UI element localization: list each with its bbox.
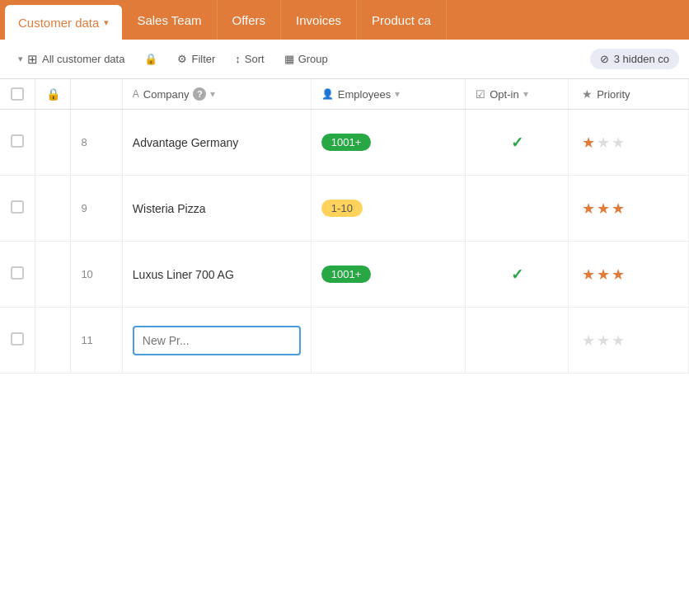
priority-star-2[interactable]: ★ — [597, 266, 610, 284]
col-label-employees: Employees — [338, 88, 391, 101]
chevron-down-icon: ▾ — [104, 17, 109, 28]
row-company: Luxus Liner 700 AG — [122, 242, 311, 308]
priority-star-1[interactable]: ★ — [582, 332, 595, 350]
row-priority[interactable]: ★★★ — [569, 308, 689, 374]
employees-badge: 1001+ — [321, 266, 372, 283]
col-label-company: Company — [143, 88, 190, 101]
new-company-input[interactable] — [133, 326, 301, 355]
row-lock-cell — [35, 176, 71, 242]
col-header-company[interactable]: A Company ? ▾ — [122, 79, 311, 110]
priority-star-1[interactable]: ★ — [582, 134, 595, 152]
row-optin — [466, 176, 569, 242]
row-employees: 1001+ — [311, 242, 465, 308]
row-priority[interactable]: ★★★ — [569, 242, 689, 308]
row-lock-cell — [35, 308, 71, 374]
data-table-container: 🔒 A Company ? ▾ 👤 Employees — [0, 79, 689, 374]
hidden-cols-icon: ⊘ — [600, 53, 609, 65]
row-optin: ✓ — [466, 110, 569, 176]
col-label-optin: Opt-in — [490, 88, 518, 101]
priority-stars[interactable]: ★★★ — [582, 332, 678, 350]
priority-star-1[interactable]: ★ — [582, 200, 595, 218]
row-checkbox-cell — [0, 242, 35, 308]
star-icon: ★ — [582, 87, 593, 101]
row-optin: ✓ — [466, 242, 569, 308]
group-icon: ▦ — [284, 53, 294, 65]
priority-star-1[interactable]: ★ — [582, 266, 595, 284]
priority-star-2[interactable]: ★ — [597, 134, 610, 152]
lock-icon: 🔒 — [46, 87, 60, 101]
nav-tab-offers[interactable]: Offers — [218, 0, 282, 40]
people-icon: 👤 — [321, 88, 334, 100]
data-table: 🔒 A Company ? ▾ 👤 Employees — [0, 79, 689, 374]
col-header-priority[interactable]: ★ Priority — [569, 79, 689, 110]
row-number: 11 — [71, 308, 122, 374]
table-row: 8Advantage Germany1001+✓★★★ — [0, 110, 689, 176]
row-number: 10 — [71, 242, 122, 308]
help-icon[interactable]: ? — [193, 87, 206, 101]
col-header-lock: 🔒 — [35, 79, 71, 110]
row-company: Wisteria Pizza — [122, 176, 311, 242]
row-number: 8 — [71, 110, 122, 176]
row-lock-cell — [35, 110, 71, 176]
view-toggle-button[interactable]: ▾ ⊞ All customer data — [10, 48, 133, 71]
filter-icon: ⚙ — [177, 53, 187, 65]
row-optin — [466, 308, 569, 374]
nav-tab-label: Offers — [232, 13, 266, 27]
row-checkbox[interactable] — [11, 266, 24, 280]
priority-stars[interactable]: ★★★ — [582, 134, 678, 152]
col-label-priority: Priority — [597, 88, 630, 101]
filter-button[interactable]: ⚙ Filter — [169, 49, 223, 69]
employees-badge: 1001+ — [321, 134, 372, 151]
group-label: Group — [298, 53, 328, 65]
hidden-columns-button[interactable]: ⊘ 3 hidden co — [590, 49, 679, 69]
row-company[interactable] — [122, 308, 311, 374]
text-type-icon: A — [133, 88, 139, 100]
table-row: 9Wisteria Pizza1-10★★★ — [0, 176, 689, 242]
toolbar: ▾ ⊞ All customer data 🔒 ⚙ Filter ↕ Sort … — [0, 40, 689, 79]
view-label: All customer data — [42, 53, 124, 65]
col-header-optin[interactable]: ☑ Opt-in ▾ — [466, 79, 569, 110]
sort-dropdown-icon[interactable]: ▾ — [395, 88, 400, 100]
row-checkbox[interactable] — [11, 332, 24, 346]
table-row: 11★★★ — [0, 308, 689, 374]
sort-label: Sort — [245, 53, 265, 65]
priority-stars[interactable]: ★★★ — [582, 200, 678, 218]
row-checkbox-cell — [0, 176, 35, 242]
sort-dropdown-icon[interactable]: ▾ — [210, 88, 215, 100]
priority-star-2[interactable]: ★ — [597, 332, 610, 350]
row-priority[interactable]: ★★★ — [569, 110, 689, 176]
row-checkbox[interactable] — [11, 134, 24, 148]
row-employees: 1001+ — [311, 110, 465, 176]
nav-tab-product-cat[interactable]: Product ca — [357, 0, 447, 40]
row-checkbox[interactable] — [11, 200, 24, 214]
nav-tab-label: Invoices — [296, 13, 341, 27]
nav-tab-label: Product ca — [372, 13, 431, 27]
priority-stars[interactable]: ★★★ — [582, 266, 678, 284]
priority-star-3[interactable]: ★ — [612, 266, 625, 284]
select-all-checkbox[interactable] — [11, 87, 24, 101]
employees-badge: 1-10 — [321, 200, 363, 217]
row-priority[interactable]: ★★★ — [569, 176, 689, 242]
row-checkbox-cell — [0, 110, 35, 176]
grid-icon: ⊞ — [27, 52, 38, 67]
row-employees: 1-10 — [311, 176, 465, 242]
nav-tab-customer-data[interactable]: Customer data ▾ — [5, 5, 122, 40]
hidden-cols-label: 3 hidden co — [614, 53, 669, 65]
checkbox-type-icon: ☑ — [476, 88, 485, 101]
nav-tab-invoices[interactable]: Invoices — [281, 0, 357, 40]
sort-dropdown-icon[interactable]: ▾ — [523, 88, 528, 100]
sort-button[interactable]: ↕ Sort — [227, 49, 272, 69]
top-navigation: Customer data ▾ Sales Team Offers Invoic… — [0, 0, 689, 40]
row-employees — [311, 308, 465, 374]
col-header-employees[interactable]: 👤 Employees ▾ — [311, 79, 465, 110]
priority-star-3[interactable]: ★ — [612, 200, 625, 218]
priority-star-3[interactable]: ★ — [612, 134, 625, 152]
priority-star-3[interactable]: ★ — [612, 332, 625, 350]
sort-icon: ↕ — [235, 53, 241, 65]
optin-checkmark: ✓ — [511, 134, 523, 151]
lock-icon-toolbar[interactable]: 🔒 — [136, 49, 166, 69]
row-company: Advantage Germany — [122, 110, 311, 176]
priority-star-2[interactable]: ★ — [597, 200, 610, 218]
nav-tab-sales-team[interactable]: Sales Team — [122, 0, 217, 40]
group-button[interactable]: ▦ Group — [276, 49, 336, 69]
